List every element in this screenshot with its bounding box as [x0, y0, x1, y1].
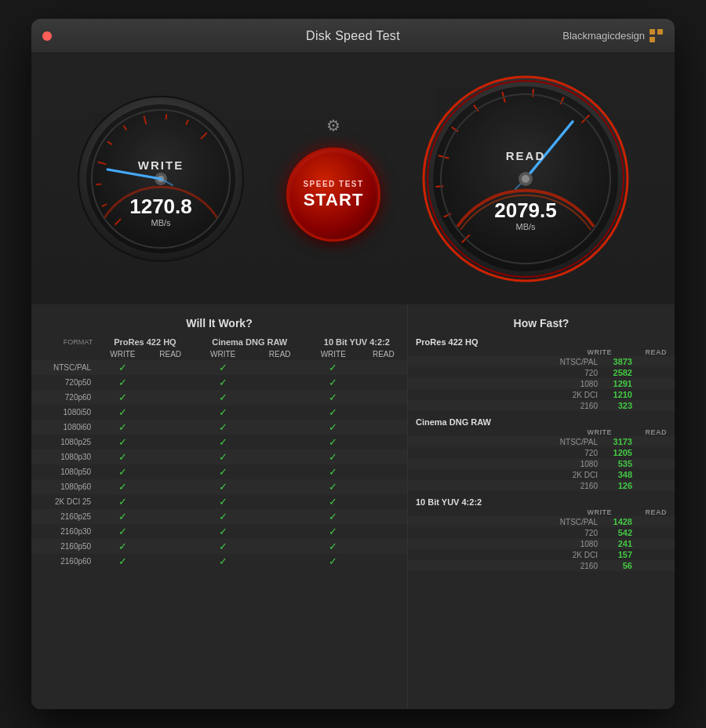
table-row: 1080i60✓✓✓	[31, 420, 407, 435]
write-gauge-value-block: 1270.8 MB/s	[129, 196, 192, 228]
brand-logo: Blackmagicdesign	[562, 29, 664, 43]
how-fast-group: 10 Bit YUV 4:2:2WRITEREADNTSC/PAL1428720…	[408, 496, 675, 571]
title-bar: Disk Speed Test Blackmagicdesign	[31, 19, 675, 53]
svg-line-9	[166, 114, 167, 119]
table-row: 1080p30✓✓✓	[31, 450, 407, 464]
list-item: 1080241	[408, 538, 675, 549]
list-item: 2K DCI157	[408, 549, 675, 560]
table-row: NTSC/PAL✓✓✓	[31, 360, 407, 375]
table-row: 720p60✓✓✓	[31, 390, 407, 405]
brand-name: Blackmagicdesign	[562, 30, 645, 42]
start-button-large-label: START	[304, 190, 364, 210]
table-row: 1080p60✓✓✓	[31, 479, 407, 494]
center-controls: ⚙ SPEED TEST START	[286, 116, 380, 242]
svg-line-26	[533, 89, 533, 96]
list-item: 1080535	[408, 458, 675, 469]
list-item: 720542	[408, 527, 675, 538]
how-fast-group: ProRes 422 HQWRITEREADNTSC/PAL3873720258…	[408, 336, 675, 411]
window-title: Disk Speed Test	[306, 29, 400, 43]
table-row: 2160p25✓✓✓	[31, 509, 407, 524]
brand-dots-icon	[650, 29, 664, 43]
read-gauge-value-block: 2079.5 MB/s	[494, 200, 557, 231]
yuv-header: 10 Bit YUV 4:2:2	[307, 336, 407, 348]
table-row: 720p50✓✓✓	[31, 375, 407, 390]
list-item: 2K DCI1210	[408, 389, 675, 400]
list-item: NTSC/PAL1428	[408, 516, 675, 527]
how-fast-content: ProRes 422 HQWRITEREADNTSC/PAL3873720258…	[408, 336, 675, 571]
how-fast-group: Cinema DNG RAWWRITEREADNTSC/PAL317372012…	[408, 416, 675, 491]
table-row: 2160p60✓✓✓	[31, 554, 407, 569]
table-row: 1080p50✓✓✓	[31, 464, 407, 479]
will-it-work-panel: Will It Work? FORMAT ProRes 422 HQ Cinem…	[31, 304, 408, 709]
start-button-small-label: SPEED TEST	[303, 180, 363, 188]
list-item: 2160323	[408, 400, 675, 411]
list-item: 10801291	[408, 378, 675, 389]
write-gauge-svg	[75, 93, 247, 265]
write-gauge: WRITE 1270.8 MB/s	[75, 93, 247, 265]
read-gauge: READ 2079.5 MB/s	[420, 73, 631, 285]
prores-header: ProRes 422 HQ	[97, 336, 193, 348]
read-gauge-svg	[420, 73, 631, 285]
list-item: NTSC/PAL3173	[408, 436, 675, 447]
start-button[interactable]: SPEED TEST START	[286, 147, 380, 242]
table-row: 2K DCI 25✓✓✓	[31, 494, 407, 509]
cinema-dng-header: Cinema DNG RAW	[193, 336, 307, 348]
settings-icon[interactable]: ⚙	[326, 116, 340, 135]
table-row: 2160p30✓✓✓	[31, 524, 407, 539]
list-item: NTSC/PAL3873	[408, 356, 675, 367]
gauges-section: WRITE 1270.8 MB/s ⚙ SPEED TEST START	[31, 53, 675, 304]
list-item: 2160126	[408, 480, 675, 491]
format-column-header: FORMAT	[31, 336, 97, 348]
table-row: 1080p25✓✓✓	[31, 435, 407, 450]
list-item: 2K DCI348	[408, 469, 675, 480]
list-item: 7202582	[408, 367, 675, 378]
table-row: 1080i50✓✓✓	[31, 405, 407, 420]
write-gauge-label: WRITE	[138, 158, 184, 173]
svg-point-32	[522, 175, 530, 183]
list-item: 216056	[408, 560, 675, 571]
will-it-work-table: FORMAT ProRes 422 HQ Cinema DNG RAW 10 B…	[31, 336, 407, 569]
svg-line-4	[96, 184, 101, 185]
how-fast-title: How Fast?	[408, 312, 675, 336]
svg-line-21	[435, 186, 443, 187]
app-window: Disk Speed Test Blackmagicdesign	[31, 19, 675, 709]
read-gauge-label: READ	[506, 149, 546, 164]
write-gauge-container: WRITE 1270.8 MB/s	[75, 93, 247, 265]
read-gauge-container: READ 2079.5 MB/s	[420, 73, 631, 285]
table-row: 2160p50✓✓✓	[31, 539, 407, 554]
how-fast-panel: How Fast? ProRes 422 HQWRITEREADNTSC/PAL…	[408, 304, 675, 709]
close-button[interactable]	[42, 31, 52, 41]
will-it-work-title: Will It Work?	[31, 312, 407, 336]
list-item: 7201205	[408, 447, 675, 458]
data-section: Will It Work? FORMAT ProRes 422 HQ Cinem…	[31, 304, 675, 709]
